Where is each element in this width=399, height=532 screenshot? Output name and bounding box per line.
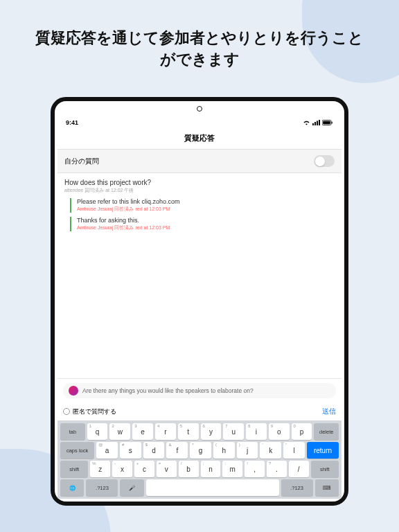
key-s[interactable]: #s <box>120 442 141 459</box>
send-row: 匿名で質問する 送信 <box>57 402 342 420</box>
send-button[interactable]: 送信 <box>322 407 336 416</box>
tablet-frame: 9:41 質疑応答 自分の質問 How does this project wo… <box>51 97 348 506</box>
key-num-left[interactable]: .?123 <box>86 479 118 496</box>
answer-meta: Ambrose Jesuraj 回答済み red at 12:03 PM <box>77 206 335 213</box>
key-v[interactable]: =v <box>157 461 177 477</box>
avatar <box>69 386 78 396</box>
page-title: 質疑応答 <box>57 129 342 150</box>
answer-meta: Ambrose Jesuraj 回答済み red at 12:03 PM <box>77 224 335 231</box>
key-tab[interactable]: tab <box>60 423 85 440</box>
key-delete[interactable]: delete <box>314 423 339 440</box>
input-placeholder: Are there any things you would like the … <box>82 387 330 394</box>
key-t[interactable]: 5t <box>178 423 199 440</box>
anonymous-option[interactable]: 匿名で質問する <box>63 407 116 416</box>
key-o[interactable]: 9o <box>269 423 290 440</box>
key-m[interactable]: :m <box>222 461 242 477</box>
answer-text: Please refer to this link cliq.zoho.com <box>77 198 335 205</box>
key-a[interactable]: @a <box>96 442 118 459</box>
key-l[interactable]: "l <box>283 442 305 459</box>
key-z[interactable]: %z <box>90 461 110 477</box>
svg-rect-5 <box>323 121 330 125</box>
key-n[interactable]: ;n <box>201 461 221 477</box>
key-p[interactable]: 0p <box>292 423 312 440</box>
answer-item: Please refer to this link cliq.zoho.com … <box>70 198 335 213</box>
key-g[interactable]: *g <box>190 442 211 459</box>
key-u[interactable]: 7u <box>223 423 244 440</box>
key-e[interactable]: 3e <box>132 423 153 440</box>
key-w[interactable]: 2w <box>109 423 130 440</box>
wifi-icon <box>303 120 310 125</box>
key-b[interactable]: /b <box>179 461 199 477</box>
status-time: 9:41 <box>66 119 78 126</box>
key-j[interactable]: )j <box>237 442 258 459</box>
camera-icon <box>197 106 202 112</box>
key-k[interactable]: 'k <box>260 442 281 459</box>
key-x[interactable]: -x <box>112 461 132 477</box>
my-questions-row: 自分の質問 <box>57 150 342 173</box>
key-d[interactable]: $d <box>143 442 165 459</box>
svg-rect-0 <box>312 123 314 125</box>
key-y[interactable]: 6y <box>201 423 222 440</box>
question-text: How does this project work? <box>64 179 335 186</box>
question-item: How does this project work? attendee 質問済… <box>64 179 335 231</box>
signal-icon <box>312 120 320 125</box>
key-dismiss[interactable]: ⌨ <box>315 479 339 496</box>
svg-rect-3 <box>319 120 320 125</box>
key-h[interactable]: (h <box>213 442 235 459</box>
key-mic[interactable]: 🎤 <box>120 479 143 496</box>
key-capslock[interactable]: caps lock <box>60 442 94 459</box>
input-area: Are there any things you would like the … <box>57 378 342 402</box>
key-q[interactable]: 1q <box>87 423 108 440</box>
keyboard: tab 1q 2w 3e 4r 5t 6y 7u 8i 9o 0p delete… <box>57 420 342 499</box>
svg-rect-6 <box>332 122 332 124</box>
battery-icon <box>322 120 333 125</box>
key-r[interactable]: 4r <box>155 423 176 440</box>
key-shift-right[interactable]: shift <box>311 461 339 477</box>
my-questions-label: 自分の質問 <box>64 157 99 166</box>
answer-text: Thanks for asking this. <box>77 217 335 224</box>
key-num-right[interactable]: .?123 <box>281 479 313 496</box>
svg-rect-2 <box>317 121 318 126</box>
my-questions-toggle[interactable] <box>314 155 335 167</box>
headline: 質疑応答を通じて参加者とやりとりを行うことができます <box>0 28 399 71</box>
key-space[interactable] <box>146 479 279 496</box>
key-f[interactable]: &f <box>166 442 188 459</box>
key-globe[interactable]: 🌐 <box>60 479 84 496</box>
svg-rect-1 <box>314 122 316 125</box>
key-period[interactable]: ?. <box>267 461 287 477</box>
key-i[interactable]: 8i <box>246 423 267 440</box>
answer-item: Thanks for asking this. Ambrose Jesuraj … <box>70 217 335 231</box>
key-slash[interactable]: / <box>289 461 309 477</box>
question-input[interactable]: Are there any things you would like the … <box>63 383 336 398</box>
question-meta: attendee 質問済み at 12:02 午後 <box>64 187 335 194</box>
key-return[interactable]: return <box>307 442 339 459</box>
anonymous-label: 匿名で質問する <box>73 407 116 416</box>
key-comma[interactable]: !, <box>245 461 265 477</box>
key-c[interactable]: +c <box>134 461 154 477</box>
key-shift-left[interactable]: shift <box>60 461 88 477</box>
status-bar: 9:41 <box>57 116 342 129</box>
qa-content: How does this project work? attendee 質問済… <box>57 173 342 378</box>
radio-icon <box>63 408 70 415</box>
